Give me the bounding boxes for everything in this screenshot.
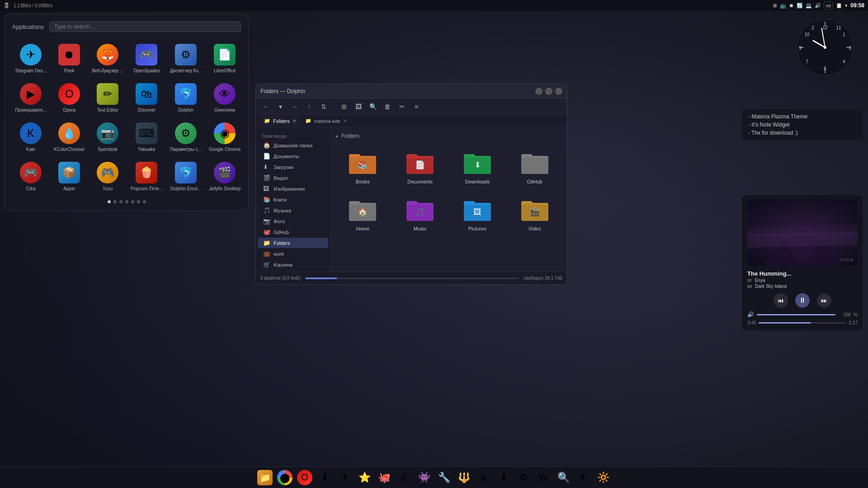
taskbar-icon-git2[interactable]: 🔧 [435, 469, 453, 487]
app-item-dolphinemul[interactable]: 🐬 Dolphin Emul... [167, 157, 204, 195]
app-item-firefox[interactable]: 🦊 Веб-браузер ... [89, 39, 126, 77]
volume-icon[interactable]: 🔊 [815, 3, 821, 9]
app-item-yakuake[interactable]: ⌨ Yakuake [128, 118, 165, 155]
taskbar-icon-kvantum2[interactable]: ⚙ [514, 469, 533, 487]
taskbar-icon-gitui[interactable]: 🔱 [455, 469, 473, 487]
prev-button[interactable]: ⏮ [774, 293, 788, 308]
forward-button[interactable]: → [288, 100, 301, 113]
volume-bar[interactable] [757, 314, 835, 315]
up-button[interactable]: ↑ [303, 100, 316, 113]
taskbar-icon-kbright[interactable]: 🔆 [594, 469, 612, 487]
dot-2[interactable] [119, 200, 123, 203]
app-item-yuzu[interactable]: 🎮 Yuzu [89, 157, 126, 195]
tab-materia-close[interactable]: ✕ [343, 118, 347, 123]
taskbar-icon-download2[interactable]: ⬇ [495, 469, 513, 487]
back-button[interactable]: ← [259, 100, 272, 113]
sidebar-documents[interactable]: 📄Документы [258, 151, 328, 161]
app-item-kvantum[interactable]: ⚙ Диспетчер Кv... [167, 39, 204, 77]
dot-1[interactable] [113, 200, 117, 203]
app-item-chrome[interactable]: ◉ Google Chrome [206, 118, 244, 155]
taskbar-icon-github[interactable]: 🐙 [375, 469, 393, 487]
menu-button[interactable]: ≡ [410, 100, 423, 113]
taskbar-icon-kfind[interactable]: 🔍 [554, 469, 572, 487]
folder-item-github[interactable]: GitHub [508, 145, 561, 188]
folder-item-downloads[interactable]: ⬇ Downloads [451, 145, 505, 188]
taskbar-icon-telegram[interactable]: ✈ [335, 469, 354, 487]
app-item-dolphin[interactable]: 🐬 Dolphin [167, 79, 204, 116]
folder-item-video[interactable]: 🎬 Video [508, 192, 561, 235]
app-item-telegram[interactable]: ✈ Telegram Des... [12, 39, 49, 77]
sidebar-music[interactable]: 🎵Музыка [258, 205, 328, 216]
back-dropdown[interactable]: ▾ [274, 100, 287, 113]
taskbar-icon-opera[interactable]: O [296, 469, 314, 487]
dot-4[interactable] [131, 200, 134, 203]
sync-icon[interactable]: 🔄 [797, 3, 803, 9]
taskbar-icon-kde2[interactable]: K [475, 469, 493, 487]
folder-item-music[interactable]: 🎵 Music [393, 192, 447, 235]
sort-button[interactable]: ⇅ [317, 100, 330, 113]
app-item-opera[interactable]: O Opera [51, 79, 87, 116]
progress-bar[interactable] [759, 322, 846, 324]
app-item-texteditor[interactable]: ✏ Text Editor [89, 79, 126, 116]
taskbar-icon-word[interactable]: W [534, 469, 552, 487]
dot-3[interactable] [125, 200, 128, 203]
app-item-kate[interactable]: K Kate [12, 118, 49, 155]
folder-item-home[interactable]: 🏠 Home [336, 192, 390, 235]
sidebar-images[interactable]: 🖼Изображения [258, 183, 328, 194]
app-item-kcolor[interactable]: 💧 KColorChooser [51, 118, 87, 155]
term-icon[interactable]: 💻 [806, 3, 812, 9]
sidebar-downloads[interactable]: ⬇Загрузки [258, 162, 328, 172]
tray-area[interactable]: 📋 [836, 3, 842, 9]
dot-0[interactable] [108, 200, 111, 203]
monitor-icon[interactable]: 📺 [780, 3, 786, 9]
view-image-button[interactable]: 🖼 [352, 100, 365, 113]
tab-folders-close[interactable]: ✕ [292, 118, 296, 123]
screen-icon[interactable]: 🖥 [772, 3, 777, 8]
dot-5[interactable] [137, 200, 140, 203]
minimize-button[interactable]: ─ [535, 88, 542, 95]
folder-item-pictures[interactable]: 🖼 Pictures [451, 192, 505, 235]
cut-button[interactable]: ✂ [396, 100, 408, 113]
taskbar-icon-qbittorrent[interactable]: ⬇ [316, 469, 334, 487]
app-item-openspades[interactable]: 🎮 OpenSpades [128, 39, 165, 77]
maximize-button[interactable]: □ [545, 88, 552, 95]
app-item-params[interactable]: ⚙ Параметры с... [167, 118, 204, 155]
taskbar-icon-eye[interactable]: 👁 [574, 469, 592, 487]
app-item-citra[interactable]: 🎮 Citra [12, 157, 49, 195]
sidebar-photo[interactable]: 📷Фото [258, 216, 328, 226]
app-item-discover[interactable]: 🛍 Discover [128, 79, 165, 116]
view-grid-button[interactable]: ⊞ [338, 100, 350, 113]
tray-expand[interactable]: ▾ [845, 3, 848, 9]
kde-menu-icon[interactable]: 🎛 [4, 2, 10, 9]
dot-6[interactable] [143, 200, 146, 203]
app-item-peek[interactable]: ⏺ Peek [51, 39, 87, 77]
close-button[interactable]: ✕ [555, 88, 562, 95]
sidebar-github[interactable]: 🐙GitHub [258, 227, 328, 237]
app-item-apper[interactable]: 📦 Apper [51, 157, 87, 195]
sidebar-folders[interactable]: 📁Folders [258, 238, 328, 248]
record-icon[interactable]: ⏺ [789, 3, 794, 8]
app-item-libreoffice[interactable]: 📄 LibreOffice [206, 39, 244, 77]
tab-folders[interactable]: 📁 Folders ✕ [259, 116, 301, 126]
app-item-gwenview[interactable]: 👁 Gwenview [206, 79, 244, 116]
delete-button[interactable]: 🗑 [381, 100, 394, 113]
folder-item-documents[interactable]: 📄 Documents [393, 145, 447, 188]
search-button[interactable]: 🔍 [367, 100, 379, 113]
taskbar-icon-kvantum[interactable]: ⭐ [355, 469, 373, 487]
sidebar-trash[interactable]: 🛒Корзина [258, 259, 328, 270]
pause-button[interactable]: ⏸ [795, 293, 810, 308]
app-item-spectacle[interactable]: 📷 Spectacle [89, 118, 126, 155]
sidebar-books[interactable]: 📚Книги [258, 194, 328, 205]
next-button[interactable]: ⏭ [817, 293, 831, 308]
launcher-search-input[interactable] [49, 21, 241, 32]
lang-indicator[interactable]: us [824, 1, 834, 9]
sidebar-work[interactable]: 💼work [258, 249, 328, 259]
tab-materia[interactable]: 📁 materia-kde ✕ [301, 116, 351, 126]
app-item-player[interactable]: ▶ Проигрывате... [12, 79, 49, 116]
taskbar-icon-kde[interactable]: K [395, 469, 413, 487]
folder-item-books[interactable]: 📚 Books [336, 145, 390, 188]
sidebar-video[interactable]: 🎬Видео [258, 173, 328, 183]
taskbar-icon-chrome[interactable]: ⬤ [276, 469, 294, 487]
app-item-jellyfin[interactable]: 🎬 Jellyfin Desktop [206, 157, 244, 195]
taskbar-icon-anon[interactable]: 👾 [415, 469, 433, 487]
